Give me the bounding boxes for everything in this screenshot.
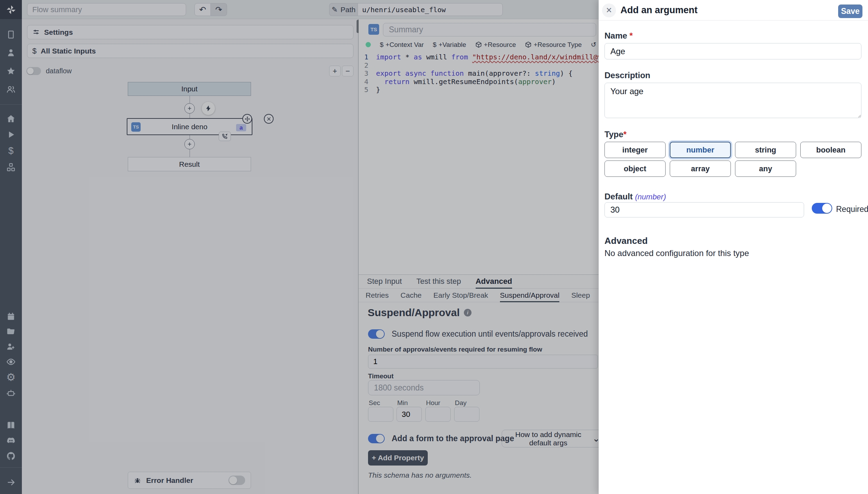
close-drawer-button[interactable]: ✕ [602,3,616,17]
sidebar-item-resources[interactable] [0,160,22,174]
dataflow-toggle[interactable] [26,67,41,75]
delete-step-icon[interactable] [264,114,274,124]
insert-step-button[interactable] [184,139,195,149]
dollar-icon: $ [380,41,384,49]
required-asterisk: * [623,130,626,139]
flow-node-input[interactable]: Input [128,82,251,96]
type-object-button[interactable]: object [604,160,666,177]
add-property-button[interactable]: + Add Property [368,450,428,466]
error-handler-toggle[interactable] [228,476,245,485]
sidebar-item-docs[interactable] [0,418,22,432]
flow-node-result[interactable]: Result [128,157,251,171]
sidebar-item-settings[interactable]: ⚙ [0,370,22,384]
sidebar-item-schedules[interactable] [0,309,22,323]
type-number-button[interactable]: number [670,142,731,158]
suspend-phone-icon[interactable] [219,132,231,141]
info-icon[interactable]: i [464,309,471,316]
default-value-input[interactable] [604,202,804,217]
timeout-input[interactable] [368,380,480,395]
type-string-button[interactable]: string [735,142,796,158]
subtab-suspend-approval[interactable]: Suspend/Approval [500,289,560,302]
subtab-cache[interactable]: Cache [401,289,422,302]
sidebar-item-runs[interactable] [0,127,22,141]
required-toggle-label: Required [836,205,868,214]
subtab-early-stop[interactable]: Early Stop/Break [433,289,488,302]
typescript-badge: TS [131,122,141,132]
description-label: Description [604,71,650,80]
add-argument-drawer: ✕ Add an argument Save Name * Descriptio… [599,0,868,494]
sidebar-item-workers[interactable] [0,339,22,353]
path-input[interactable] [358,3,503,16]
default-type-hint: (number) [635,192,666,201]
sidebar-item-github[interactable] [0,449,22,463]
sidebar-item-workspace[interactable] [0,27,22,41]
sidebar-item-user[interactable] [0,46,22,59]
dollar-icon: $ [32,47,36,56]
redo-button[interactable]: ↷ [211,3,227,16]
trigger-icon[interactable] [202,102,215,115]
empty-schema-text: This schema has no arguments. [368,471,472,479]
reset-icon: ↺ [591,41,596,49]
all-static-inputs-button[interactable]: $ All Static Inputs [27,44,353,58]
suspend-toggle-label: Suspend flow execution until events/appr… [392,329,588,339]
insert-step-button[interactable] [184,103,195,114]
suspend-approval-heading: Suspend/Approval i [368,307,471,319]
bug-icon [134,477,141,484]
flow-settings-button[interactable]: Settings [27,25,353,39]
sidebar-item-groups[interactable] [0,82,22,96]
subtab-sleep[interactable]: Sleep [571,289,590,302]
hour-input[interactable] [425,407,451,422]
tab-step-input[interactable]: Step Input [367,275,402,289]
type-any-button[interactable]: any [735,160,796,177]
flow-node-inline-deno[interactable]: TS Inline deno a [127,118,252,135]
day-input[interactable] [454,407,479,422]
undo-button[interactable]: ↶ [194,3,211,16]
sidebar-item-variables[interactable]: $ [0,144,22,158]
name-label: Name * [604,31,633,41]
sidebar-item-discord[interactable] [0,434,22,447]
app: $ ⚙ ↶ ↷ ✎ Path Settings $ All Static Inp… [0,0,868,494]
save-button[interactable]: Save [838,5,862,18]
sidebar-item-worker-groups[interactable] [0,386,22,400]
suspend-flow-toggle[interactable] [368,329,385,339]
move-step-icon[interactable] [242,114,252,124]
sec-input[interactable] [368,407,393,422]
approval-form-toggle-row: Add a form to the approval page [368,434,514,443]
tab-advanced[interactable]: Advanced [476,275,512,289]
dynamic-default-args-help-button[interactable]: How to add dynamic default args ⌄ [502,430,606,447]
type-boolean-button[interactable]: boolean [800,142,861,158]
flow-node-input-label: Input [181,85,198,93]
path-badge-label: Path [341,6,356,14]
add-resource-button[interactable]: +Resource [475,41,516,49]
add-resource-type-button[interactable]: +Resource Type [525,41,582,49]
summary-input[interactable] [383,23,596,36]
approval-form-toggle[interactable] [368,434,385,443]
name-input[interactable] [604,43,861,59]
add-variable-button[interactable]: $+Variable [433,41,466,49]
flow-summary-input[interactable] [27,3,186,16]
error-handler-node[interactable]: Error Handler [128,472,251,489]
sidebar-expand-icon[interactable] [0,475,22,489]
suspend-toggle-row: Suspend flow execution until events/appr… [368,329,588,339]
min-input[interactable] [397,407,422,422]
required-asterisk: * [629,31,633,40]
sidebar-item-favorites[interactable] [0,64,22,78]
windmill-logo-icon[interactable] [0,0,22,19]
sidebar-item-audit-logs[interactable] [0,355,22,369]
approvals-count-input[interactable] [368,355,598,369]
description-textarea[interactable]: Your age [604,83,861,118]
type-integer-button[interactable]: integer [604,142,666,158]
timeout-label: Timeout [368,372,394,380]
code-lines[interactable]: 1import * as wmill from "https://deno.la… [359,53,599,94]
zoom-in-button[interactable]: + [329,66,341,76]
tab-test-this-step[interactable]: Test this step [416,275,461,289]
zoom-out-button[interactable]: − [342,66,353,76]
undo-icon: ↶ [199,5,206,14]
subtab-retries[interactable]: Retries [366,289,389,302]
close-icon: ✕ [606,6,612,15]
type-array-button[interactable]: array [670,160,731,177]
sidebar-item-home[interactable] [0,112,22,125]
sidebar-item-folders[interactable] [0,324,22,338]
required-toggle[interactable] [812,203,832,214]
add-context-var-button[interactable]: $+Context Var [380,41,424,49]
